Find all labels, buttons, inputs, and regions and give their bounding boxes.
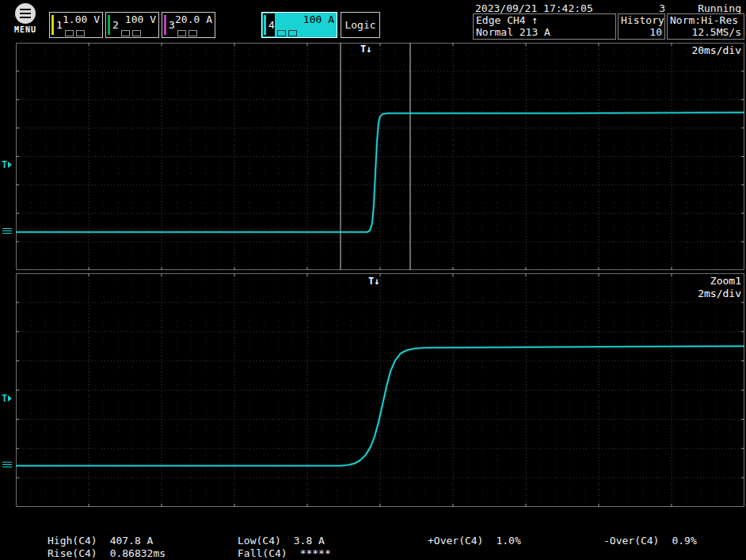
measurement-high: High(C4)407.8 A (48, 535, 153, 547)
main-trigger-position-marker[interactable]: T↓ (360, 44, 371, 55)
channel-2-color-bar (108, 15, 110, 35)
dc-coupling-icon (177, 30, 186, 36)
channel-1-indicator: 1 (50, 13, 63, 37)
measurement-label: +Over(C4) (428, 535, 483, 547)
history-count: 10 (621, 26, 662, 38)
channel-3-indicator: 3 (162, 13, 175, 37)
channel-1-coupling-icons (63, 29, 102, 36)
channel-4-coupling-icons (275, 29, 337, 36)
channel-2-scale-value: 100 V (119, 13, 158, 25)
impedance-icon (188, 30, 197, 36)
measurement-value: 1.0% (496, 535, 520, 547)
channel-4-number: 4 (268, 19, 275, 31)
channel-2-coupling-icons (119, 29, 158, 36)
datetime-display: 2023/09/21 17:42:05 (475, 2, 593, 14)
main-trigger-level-marker[interactable]: T (2, 159, 12, 170)
channel-3-scale-value: 20.0 A (175, 13, 215, 25)
channel-2-indicator: 2 (106, 13, 119, 37)
main-waveform-window[interactable]: 20ms/div T↓ (16, 43, 744, 270)
hamburger-menu-icon (15, 3, 36, 24)
channel-1-color-bar (51, 15, 54, 35)
oscilloscope-screen: MENU 1 1.00 V 2 100 V 3 20.0 A (0, 0, 746, 560)
menu-label: MENU (8, 25, 43, 34)
channel-4-scale-value: 100 A (275, 13, 337, 25)
zoom-trigger-position-marker[interactable]: T↓ (368, 276, 379, 287)
channel-1-button[interactable]: 1 1.00 V (49, 12, 103, 38)
main-timebase-label: 20ms/div (691, 44, 741, 56)
menu-button[interactable]: MENU (8, 3, 43, 34)
history-status-box[interactable]: History 10 (618, 13, 665, 40)
zoom-waveform-window[interactable]: Zoom1 2ms/div T↓ (16, 273, 744, 507)
measurement-nover: -Over(C4)0.9% (603, 535, 697, 547)
measurement-label: Low(C4) (238, 535, 281, 547)
logic-label: Logic (344, 19, 375, 31)
channel-4-button[interactable]: 4 100 A (261, 12, 337, 38)
zoom-trigger-level-marker[interactable]: T (2, 393, 12, 404)
dc-coupling-icon (65, 30, 74, 36)
trigger-level-letter: T (2, 159, 7, 170)
main-ch4-ground-marker[interactable] (2, 228, 12, 234)
impedance-icon (132, 30, 141, 36)
zoom-ch4-ground-marker[interactable] (2, 462, 12, 468)
measurement-label: High(C4) (48, 535, 97, 547)
channel-1-number: 1 (56, 19, 63, 31)
channel-3-color-bar (164, 15, 166, 35)
record-mode-box[interactable]: Norm:Hi-Res 12.5MS/s (667, 13, 744, 40)
impedance-icon (288, 30, 297, 36)
channel-2-info: 100 V (119, 13, 158, 37)
main-plot-canvas[interactable] (16, 43, 744, 270)
measurement-low: Low(C4)3.8 A (238, 535, 325, 547)
measurement-label: -Over(C4) (603, 535, 659, 547)
channel-3-number: 3 (169, 19, 175, 31)
channel-4-indicator: 4 (262, 13, 275, 37)
measurement-value: 0.86832ms (110, 547, 166, 559)
channel-3-coupling-icons (175, 29, 215, 36)
impedance-icon (76, 30, 85, 36)
measurement-label: Rise(C4) (48, 547, 97, 559)
run-state-indicator: Running (681, 2, 741, 14)
acquisition-count: 3 (634, 2, 665, 14)
channel-3-info: 20.0 A (175, 13, 215, 37)
zoom-plot-canvas[interactable] (16, 273, 744, 507)
zoom-window-title: Zoom1 (710, 275, 741, 287)
measurement-fall: Fall(C4)***** (238, 547, 331, 559)
trigger-level-arrow-icon (8, 395, 12, 402)
trigger-level-letter: T (2, 393, 7, 404)
measurement-value: 407.8 A (110, 535, 154, 547)
channel-4-color-bar (264, 15, 266, 35)
channel-1-scale-value: 1.00 V (63, 13, 102, 25)
trigger-type-label: Edge CH4 ↑ (476, 14, 613, 26)
measurement-rise: Rise(C4)0.86832ms (48, 547, 166, 559)
channel-4-info: 100 A (275, 13, 337, 37)
dc-coupling-icon (277, 30, 286, 36)
history-label: History (621, 14, 662, 26)
measurement-value: ***** (300, 547, 331, 559)
trigger-status-box[interactable]: Edge CH4 ↑ Normal 213 A (473, 13, 616, 40)
measurement-label: Fall(C4) (238, 547, 287, 559)
record-mode-label: Norm:Hi-Res (670, 14, 741, 26)
dc-coupling-icon (121, 30, 130, 36)
zoom-timebase-label: 2ms/div (698, 288, 741, 299)
measurement-pover: +Over(C4)1.0% (428, 535, 521, 547)
trigger-level-arrow-icon (8, 162, 12, 168)
sample-rate-label: 12.5MS/s (670, 26, 741, 38)
channel-2-number: 2 (112, 19, 119, 31)
measurement-value: 3.8 A (294, 535, 325, 547)
channel-3-button[interactable]: 3 20.0 A (162, 12, 215, 38)
channel-1-info: 1.00 V (63, 13, 102, 37)
trigger-level-label: Normal 213 A (476, 26, 613, 38)
channel-2-button[interactable]: 2 100 V (105, 12, 159, 38)
logic-button[interactable]: Logic (341, 12, 380, 38)
measurement-value: 0.9% (672, 535, 696, 547)
